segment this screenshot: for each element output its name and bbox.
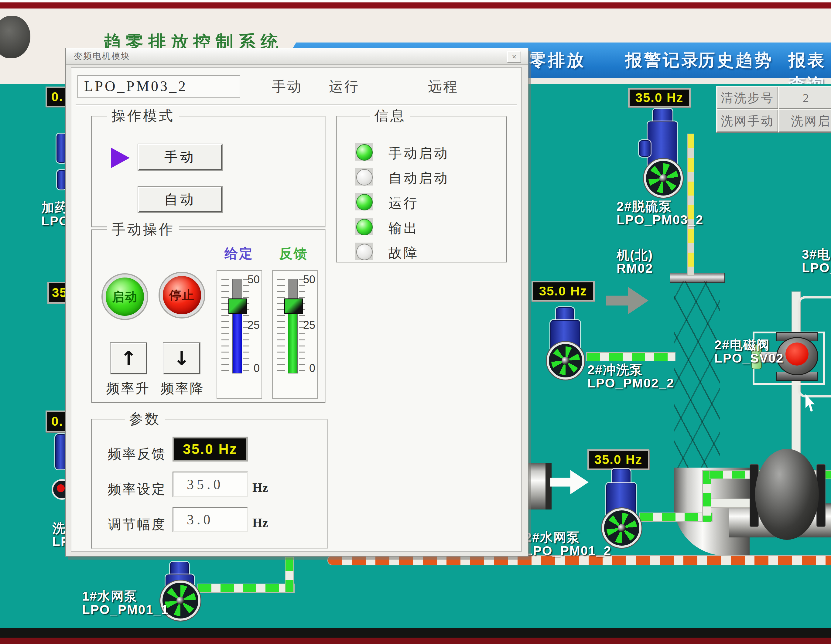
- photo-edge-top: [0, 0, 831, 2]
- led-running: [355, 193, 373, 210]
- freq-up-button[interactable]: ↑: [111, 343, 147, 374]
- fan-north-tag-label: RM02: [616, 261, 653, 276]
- param-group: 参数 频率反馈 35.0 Hz 频率设定 35.0 Hz 调节幅度 3.0 Hz: [91, 419, 328, 549]
- led-fault: [355, 243, 373, 260]
- led-auto-start: [355, 168, 373, 186]
- freq-display-water: 35.0 Hz: [587, 449, 650, 470]
- scale-50: 50: [303, 273, 315, 286]
- led-manual-start: [355, 143, 373, 161]
- scale-25: 25: [303, 319, 315, 332]
- manual-group: 手动操作 给定 反馈 启动 停止 50 25 0 50 25 0 ↑: [91, 229, 325, 403]
- valve-status-red-icon: [785, 342, 809, 366]
- motor3-tag-label: LPO_: [802, 261, 831, 275]
- pump-flush-tag-label: LPO_PM02_2: [587, 376, 674, 390]
- setpoint-slider[interactable]: 50 25 0: [217, 270, 262, 399]
- valve-tag-label: LPO_SV02: [714, 351, 783, 366]
- led-auto-start-label: 自动启动: [388, 169, 449, 187]
- wash-step-value: 2: [778, 86, 831, 110]
- wash-start-button[interactable]: 洗网启动: [778, 109, 831, 133]
- pump-desulf-port: [639, 140, 651, 157]
- screen-photo: 趋零排放控制系统 趋零排放 报警记录 历史趋势 报表查询 清洗步号 2 洗网手动…: [0, 0, 831, 644]
- info-group-title: 信息: [370, 108, 410, 124]
- close-icon[interactable]: ✕: [507, 51, 521, 62]
- slider-handle[interactable]: [228, 299, 247, 314]
- manual-mode-button[interactable]: 手动: [138, 144, 222, 170]
- nav-item-alarm-log[interactable]: 报警记录: [625, 48, 700, 72]
- nav-item-report-query[interactable]: 报表查询: [788, 48, 831, 72]
- led-fault-label: 故障: [388, 244, 419, 262]
- info-group: 信息 手动启动 自动启动 运行 输出 故障: [336, 116, 507, 262]
- led-running-label: 运行: [388, 194, 419, 212]
- dialog-title-bar[interactable]: 变频电机模块: [66, 48, 528, 65]
- slider-handle: [284, 299, 303, 314]
- feedback-slider: 50 25 0: [272, 270, 318, 399]
- scale-25: 25: [248, 319, 259, 332]
- vfd-motor-dialog: 变频电机模块 ✕ LPO_PM03_2 手动 运行 远程 操作模式 手动 自动 …: [65, 48, 529, 557]
- scale-50: 50: [248, 273, 259, 286]
- stop-button[interactable]: 停止: [160, 273, 204, 317]
- monitor-top-red-strip: [0, 2, 831, 8]
- freq-display-fan: 35.0 Hz: [532, 281, 595, 302]
- freq-down-button[interactable]: ↓: [163, 343, 200, 374]
- step-input[interactable]: 3.0: [172, 507, 248, 532]
- tank-body: [755, 449, 819, 540]
- vertical-pipe: [674, 281, 720, 475]
- dialog-separator: [76, 105, 517, 106]
- pump-desulf-impeller-icon: [644, 159, 683, 198]
- pump-desulf-tag-label: LPO_PM03_2: [616, 213, 704, 227]
- freq-feedback-label: 频率反馈: [108, 445, 166, 463]
- yellow-dashed-line: [687, 134, 694, 276]
- led-output-label: 输出: [388, 219, 419, 237]
- mode-group-title: 操作模式: [107, 108, 179, 124]
- auto-mode-button[interactable]: 自动: [138, 187, 222, 212]
- freq-up-label: 频率升: [106, 380, 150, 398]
- scale-0: 0: [254, 362, 259, 375]
- wash-manual-button[interactable]: 洗网手动: [716, 109, 779, 133]
- wash-step-button[interactable]: 清洗步号: [716, 86, 779, 110]
- device-id-field: LPO_PM03_2: [78, 75, 240, 98]
- freq-display-desulf: 35.0 Hz: [628, 88, 691, 108]
- freq-set-input[interactable]: 35.0: [172, 472, 248, 497]
- pump-water2-impeller-icon: [602, 508, 642, 548]
- freq-set-unit: Hz: [252, 480, 268, 495]
- status-mode-label: 手动: [272, 78, 302, 97]
- pump-water1-tag-label: LPO_PM01_1: [82, 603, 169, 617]
- green-dashed-line-water1-v: [285, 557, 294, 593]
- led-manual-start-label: 手动启动: [388, 145, 449, 162]
- monitor-bottom-red-strip: [0, 638, 831, 644]
- freq-feedback-display: 35.0 Hz: [172, 437, 248, 461]
- photo-artifact-blob: [0, 16, 30, 58]
- step-label: 调节幅度: [108, 515, 166, 533]
- feedback-column-label: 反馈: [279, 245, 308, 262]
- pump-water2-tag-label: LPO_PM01_2: [525, 544, 611, 558]
- mode-group: 操作模式 手动 自动: [91, 116, 325, 227]
- setpoint-column-label: 给定: [224, 245, 254, 262]
- green-dashed-line-water1-h: [197, 584, 295, 593]
- freq-down-label: 频率降: [161, 380, 204, 398]
- pump-flush-impeller-icon: [547, 342, 584, 380]
- mode-pointer-icon: [111, 148, 130, 168]
- param-group-title: 参数: [125, 410, 165, 428]
- status-remote-label: 远程: [428, 78, 458, 97]
- nav-item-history-trend[interactable]: 历史趋势: [698, 48, 773, 72]
- led-output: [355, 218, 373, 235]
- green-dashed-line-water2-h: [639, 512, 713, 522]
- freq-set-label: 频率设定: [108, 480, 166, 498]
- start-button[interactable]: 启动: [103, 275, 147, 319]
- manual-group-title: 手动操作: [107, 221, 179, 238]
- status-run-label: 运行: [329, 78, 359, 97]
- left-pump-fragment-2: [57, 170, 66, 189]
- scale-0: 0: [309, 362, 315, 375]
- step-unit: Hz: [252, 515, 268, 530]
- green-dashed-line-flush: [586, 352, 675, 361]
